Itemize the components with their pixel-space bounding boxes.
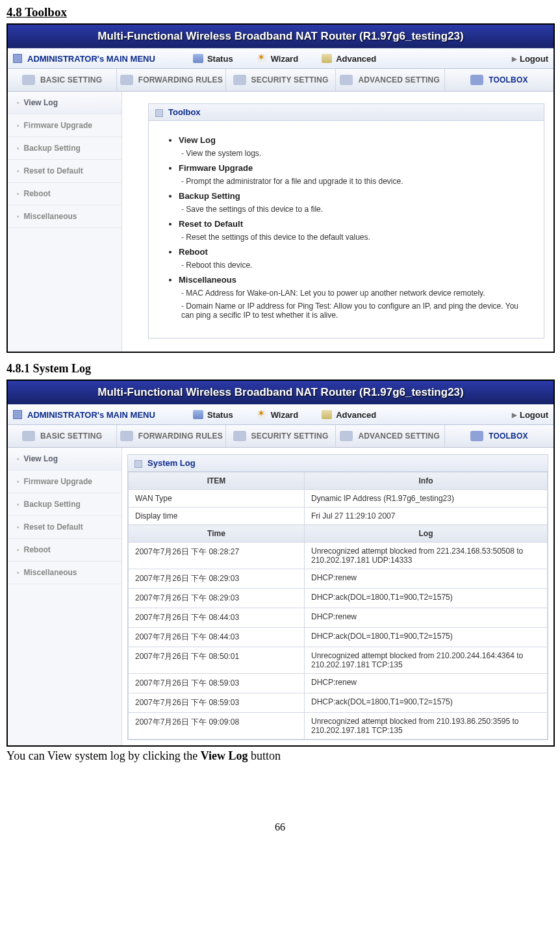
- advanced-setting-icon: [340, 75, 353, 85]
- menu-advanced[interactable]: Advanced: [322, 410, 376, 420]
- sidebar-item-reboot[interactable]: Reboot: [8, 183, 121, 205]
- menu-wizard-label: Wizard: [271, 410, 299, 420]
- cell-log: DHCP:ack(DOL=1800,T1=900,T2=1575): [305, 693, 548, 713]
- triangle-icon: ▶: [512, 411, 517, 418]
- caption-bold: View Log: [201, 749, 248, 762]
- sidebar-item-reset-to-default[interactable]: Reset to Default: [8, 160, 121, 183]
- forwarding-icon: [120, 75, 133, 85]
- tab-security-setting[interactable]: SECURITY SETTING: [226, 69, 335, 91]
- cell-time: 2007年7月26日 下午 08:59:03: [129, 693, 305, 713]
- col-time: Time: [129, 525, 305, 543]
- menu-status-label: Status: [207, 54, 233, 64]
- sidebar-item-reboot[interactable]: Reboot: [8, 539, 121, 561]
- security-icon: [233, 431, 246, 441]
- feature-reset-to-default: Reset to DefaultReset the settings of th…: [179, 219, 531, 242]
- feature-view-log: View LogView the system logs.: [179, 135, 531, 158]
- cell-time: 2007年7月26日 下午 08:28:27: [129, 543, 305, 569]
- cell-log: Unrecognized attempt blocked from 210.19…: [305, 713, 548, 740]
- feature-desc: Reset the settings of this device to the…: [181, 233, 531, 242]
- sidebar-item-miscellaneous[interactable]: Miscellaneous: [8, 205, 121, 228]
- sidebar-item-backup-setting[interactable]: Backup Setting: [8, 137, 121, 160]
- cell-log: DHCP:ack(DOL=1800,T1=900,T2=1575): [305, 589, 548, 608]
- table-row: WAN Type Dynamic IP Address (R1.97g6_tes…: [129, 490, 548, 508]
- panel-header: System Log: [128, 455, 548, 472]
- system-log-table: ITEM Info WAN Type Dynamic IP Address (R…: [128, 472, 548, 740]
- security-icon: [233, 75, 246, 85]
- toolbox-icon: [470, 431, 483, 441]
- table-row: 2007年7月26日 下午 08:59:03DHCP:ack(DOL=1800,…: [129, 693, 548, 713]
- feature-desc: Domain Name or IP address for Ping Test:…: [181, 302, 531, 320]
- screenshot-system-log: Multi-Functional Wireless Broadband NAT …: [6, 379, 555, 747]
- router-title: Multi-Functional Wireless Broadband NAT …: [8, 381, 554, 404]
- cell-info: Dynamic IP Address (R1.97g6_testing23): [305, 490, 548, 508]
- sidebar-item-firmware-upgrade[interactable]: Firmware Upgrade: [8, 470, 121, 493]
- tab-toolbox[interactable]: TOOLBOX: [445, 69, 554, 91]
- table-row: 2007年7月26日 下午 09:09:08Unrecognized attem…: [129, 713, 548, 740]
- basic-setting-icon: [22, 75, 35, 85]
- cell-log: Unrecognized attempt blocked from 210.20…: [305, 647, 548, 674]
- sidebar-item-backup-setting[interactable]: Backup Setting: [8, 493, 121, 516]
- section-heading: 4.8 Toolbox: [6, 5, 554, 19]
- router-title: Multi-Functional Wireless Broadband NAT …: [8, 25, 554, 48]
- tab-forwarding-label: FORWARDING RULES: [138, 431, 223, 441]
- feature-title: View Log: [179, 135, 216, 145]
- tab-security-label: SECURITY SETTING: [251, 431, 329, 441]
- tab-toolbox[interactable]: TOOLBOX: [445, 425, 554, 447]
- feature-desc: Save the settings of this device to a fi…: [181, 205, 531, 214]
- feature-title: Firmware Upgrade: [179, 163, 253, 173]
- sidebar-item-view-log[interactable]: View Log: [8, 448, 121, 470]
- caption-text: You can View system log by clicking the …: [6, 749, 554, 763]
- cell-time: 2007年7月26日 下午 09:09:08: [129, 713, 305, 740]
- tab-advanced-setting[interactable]: ADVANCED SETTING: [336, 425, 445, 447]
- main-menu-label: ADMINISTRATOR's MAIN MENU: [27, 410, 155, 420]
- tab-advanced-setting[interactable]: ADVANCED SETTING: [336, 69, 445, 91]
- panel-header-label: Toolbox: [168, 107, 201, 117]
- feature-title: Backup Setting: [179, 191, 240, 201]
- sidebar-item-view-log[interactable]: View Log: [8, 92, 121, 114]
- menu-icon: [13, 410, 22, 419]
- toolbox-icon: [470, 75, 483, 85]
- tab-basic-setting[interactable]: BASIC SETTING: [8, 425, 117, 447]
- panel-header: Toolbox: [149, 104, 544, 121]
- feature-desc: Reboot this device.: [181, 261, 531, 270]
- sidebar-item-miscellaneous[interactable]: Miscellaneous: [8, 561, 121, 584]
- sidebar-item-firmware-upgrade[interactable]: Firmware Upgrade: [8, 114, 121, 137]
- feature-reboot: RebootReboot this device.: [179, 247, 531, 270]
- menu-status[interactable]: Status: [193, 410, 233, 420]
- menu-logout[interactable]: ▶Logout: [512, 54, 548, 64]
- menu-status-label: Status: [207, 410, 233, 420]
- menu-wizard[interactable]: Wizard: [257, 410, 299, 420]
- forwarding-icon: [120, 431, 133, 441]
- wizard-icon: [257, 410, 267, 419]
- cell-item: WAN Type: [129, 490, 305, 508]
- cell-info: Fri Jul 27 11:29:10 2007: [305, 508, 548, 525]
- square-icon: [155, 109, 163, 117]
- menu-logout-label: Logout: [520, 54, 548, 64]
- menu-advanced[interactable]: Advanced: [322, 54, 376, 64]
- cell-log: DHCP:ack(DOL=1800,T1=900,T2=1575): [305, 628, 548, 647]
- cell-item: Display time: [129, 508, 305, 525]
- status-icon: [193, 410, 203, 419]
- sidebar-item-reset-to-default[interactable]: Reset to Default: [8, 516, 121, 539]
- tab-basic-setting[interactable]: BASIC SETTING: [8, 69, 117, 91]
- col-item: ITEM: [129, 472, 305, 490]
- page-number: 66: [6, 821, 554, 833]
- tab-forwarding-rules[interactable]: FORWARDING RULES: [117, 69, 226, 91]
- menu-advanced-label: Advanced: [336, 410, 376, 420]
- tab-security-setting[interactable]: SECURITY SETTING: [226, 425, 335, 447]
- col-log: Log: [305, 525, 548, 543]
- cell-time: 2007年7月26日 下午 08:59:03: [129, 674, 305, 693]
- menu-status[interactable]: Status: [193, 54, 233, 64]
- basic-setting-icon: [22, 431, 35, 441]
- feature-backup-setting: Backup SettingSave the settings of this …: [179, 191, 531, 214]
- wizard-icon: [257, 54, 267, 63]
- menu-logout[interactable]: ▶Logout: [512, 410, 548, 420]
- feature-title: Miscellaneous: [179, 275, 236, 285]
- advanced-icon: [322, 54, 332, 63]
- menu-wizard[interactable]: Wizard: [257, 54, 299, 64]
- cell-log: Unrecognized attempt blocked from 221.23…: [305, 543, 548, 569]
- tab-basic-label: BASIC SETTING: [40, 75, 102, 84]
- table-row: 2007年7月26日 下午 08:28:27Unrecognized attem…: [129, 543, 548, 569]
- tab-advanced-label: ADVANCED SETTING: [358, 431, 440, 441]
- tab-forwarding-rules[interactable]: FORWARDING RULES: [117, 425, 226, 447]
